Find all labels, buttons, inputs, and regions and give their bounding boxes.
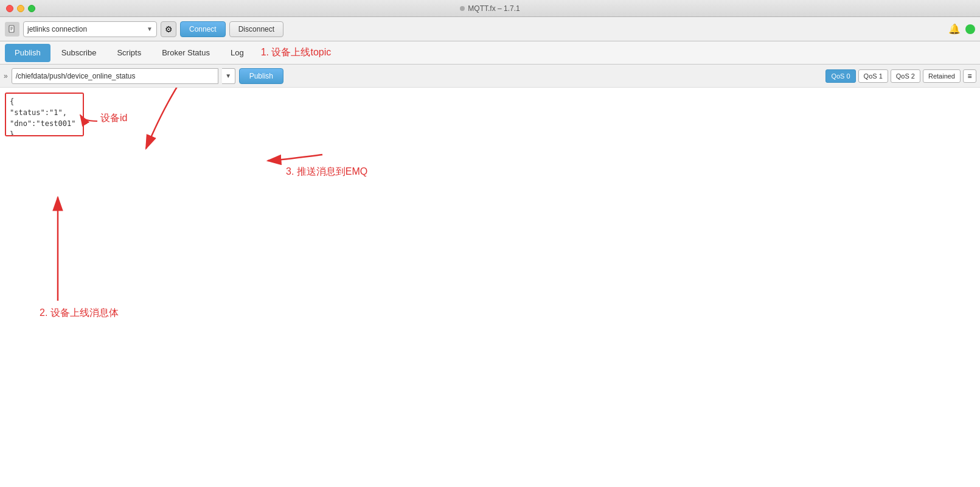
tab-broker-status[interactable]: Broker Status xyxy=(152,44,220,62)
connect-button[interactable]: Connect xyxy=(180,21,226,37)
main-content: » ▼ Publish QoS 0 QoS 1 QoS 2 Retained ≡… xyxy=(0,65,980,487)
close-button[interactable] xyxy=(6,5,13,12)
tab-scripts[interactable]: Scripts xyxy=(107,44,151,62)
title-bar: MQTT.fx – 1.7.1 xyxy=(0,0,980,17)
file-icon xyxy=(5,22,19,37)
tab-log[interactable]: Log xyxy=(221,44,254,62)
notification-icon: 🔔 xyxy=(947,22,962,37)
expand-icon: » xyxy=(4,72,8,80)
annotations-svg xyxy=(0,88,961,487)
qos-options: QoS 0 QoS 1 QoS 2 Retained ≡ xyxy=(825,69,976,83)
dropdown-arrow-icon: ▼ xyxy=(147,26,153,32)
publish-toolbar: » ▼ Publish QoS 0 QoS 1 QoS 2 Retained ≡ xyxy=(0,65,980,88)
topic-dropdown-button[interactable]: ▼ xyxy=(222,68,235,84)
title-dot-icon xyxy=(460,6,465,11)
publish-button[interactable]: Publish xyxy=(239,68,283,84)
minimize-button[interactable] xyxy=(17,5,24,12)
toolbar-right: 🔔 xyxy=(947,22,975,37)
disconnect-button[interactable]: Disconnect xyxy=(229,21,283,37)
qos0-button[interactable]: QoS 0 xyxy=(825,69,855,83)
message-area: { "status":"1", "dno":"test001" } 设备id 2… xyxy=(0,88,980,143)
message-body-textarea[interactable]: { "status":"1", "dno":"test001" } xyxy=(5,93,84,136)
settings-button[interactable]: ⚙ xyxy=(161,21,176,37)
tab-bar: Publish Subscribe Scripts Broker Status … xyxy=(0,41,980,65)
main-toolbar: jetlinks connection ▼ ⚙ Connect Disconne… xyxy=(0,17,980,41)
connection-dropdown[interactable]: jetlinks connection ▼ xyxy=(23,21,157,37)
topic-input[interactable] xyxy=(12,68,218,84)
qos2-button[interactable]: QoS 2 xyxy=(891,69,920,83)
maximize-button[interactable] xyxy=(28,5,35,12)
annotation-2: 2. 设备上线消息体 xyxy=(40,307,119,320)
retained-button[interactable]: Retained xyxy=(923,69,961,83)
qos1-button[interactable]: QoS 1 xyxy=(858,69,888,83)
connection-status-indicator xyxy=(965,24,975,34)
traffic-lights xyxy=(6,5,35,12)
device-id-annotation: 设备id xyxy=(100,112,127,125)
tab-annotation-1: 1. 设备上线topic xyxy=(261,46,332,59)
window-title: MQTT.fx – 1.7.1 xyxy=(460,4,520,13)
tab-publish[interactable]: Publish xyxy=(5,44,50,62)
publish-settings-icon[interactable]: ≡ xyxy=(963,69,976,83)
tab-subscribe[interactable]: Subscribe xyxy=(52,44,106,62)
annotation-3: 3. 推送消息到EMQ xyxy=(286,166,367,178)
